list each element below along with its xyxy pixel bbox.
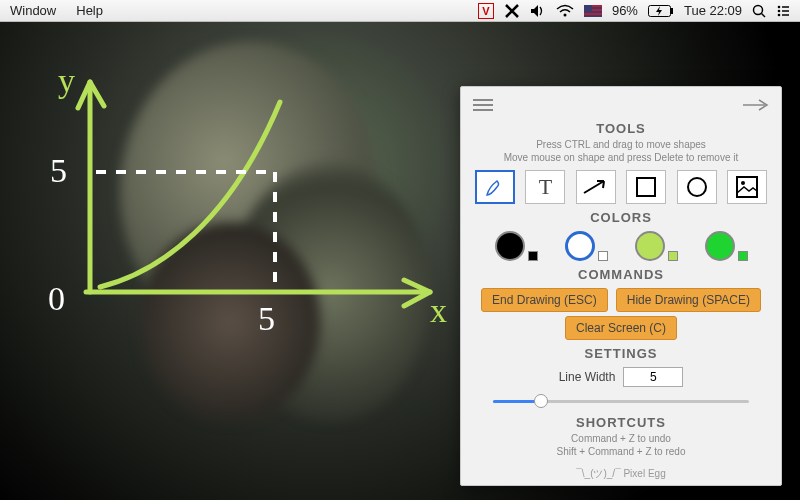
shortcuts-heading: SHORTCUTS bbox=[473, 415, 769, 430]
svg-point-10 bbox=[778, 5, 781, 8]
clock[interactable]: Tue 22:09 bbox=[684, 3, 742, 18]
app-x-icon[interactable] bbox=[504, 3, 520, 19]
tools-heading: TOOLS bbox=[473, 121, 769, 136]
battery-percent: 96% bbox=[612, 3, 638, 18]
svg-point-21 bbox=[741, 181, 745, 185]
svg-point-19 bbox=[688, 178, 706, 196]
svg-line-9 bbox=[762, 13, 766, 17]
svg-point-14 bbox=[778, 13, 781, 16]
hide-drawing-button[interactable]: Hide Drawing (SPACE) bbox=[616, 288, 761, 312]
line-width-label: Line Width bbox=[559, 370, 616, 384]
volume-icon[interactable] bbox=[530, 4, 546, 18]
tool-image[interactable] bbox=[727, 170, 767, 204]
tool-arrow[interactable] bbox=[576, 170, 616, 204]
flag-icon[interactable] bbox=[584, 5, 602, 17]
color-black[interactable] bbox=[495, 231, 538, 261]
tool-panel: TOOLS Press CTRL and drag to move shapes… bbox=[460, 86, 782, 486]
settings-heading: SETTINGS bbox=[473, 346, 769, 361]
colors-heading: COLORS bbox=[473, 210, 769, 225]
line-width-slider[interactable] bbox=[493, 393, 749, 409]
clear-screen-button[interactable]: Clear Screen (C) bbox=[565, 316, 677, 340]
svg-point-12 bbox=[778, 9, 781, 12]
svg-point-0 bbox=[563, 13, 566, 16]
svg-rect-7 bbox=[671, 8, 673, 14]
shortcuts-hint: Command + Z to undo Shift + Command + Z … bbox=[473, 432, 769, 458]
panel-forward-icon[interactable] bbox=[743, 98, 769, 112]
tool-brush[interactable] bbox=[475, 170, 515, 204]
tool-text[interactable]: T bbox=[525, 170, 565, 204]
tool-rect[interactable] bbox=[626, 170, 666, 204]
color-row bbox=[481, 231, 761, 261]
artwork-region bbox=[140, 222, 320, 422]
tool-circle[interactable] bbox=[677, 170, 717, 204]
menubar: Window Help V 96% Tue 22:09 bbox=[0, 0, 800, 22]
spotlight-icon[interactable] bbox=[752, 4, 766, 18]
notifications-icon[interactable] bbox=[776, 4, 790, 18]
menu-window[interactable]: Window bbox=[0, 3, 66, 18]
svg-line-17 bbox=[584, 181, 604, 193]
svg-rect-18 bbox=[637, 178, 655, 196]
svg-rect-20 bbox=[737, 177, 757, 197]
commands-heading: COMMANDS bbox=[473, 267, 769, 282]
menu-help[interactable]: Help bbox=[66, 3, 113, 18]
wifi-icon[interactable] bbox=[556, 4, 574, 18]
svg-rect-5 bbox=[584, 5, 592, 12]
color-white[interactable] bbox=[565, 231, 608, 261]
svg-point-8 bbox=[754, 5, 763, 14]
color-green[interactable] bbox=[705, 231, 748, 261]
svg-rect-4 bbox=[584, 13, 602, 15]
panel-menu-icon[interactable] bbox=[473, 96, 493, 114]
line-width-input[interactable] bbox=[623, 367, 683, 387]
app-v-icon[interactable]: V bbox=[478, 3, 494, 19]
end-drawing-button[interactable]: End Drawing (ESC) bbox=[481, 288, 608, 312]
panel-footer: ¯\_(ツ)_/¯ Pixel Egg bbox=[461, 467, 781, 481]
tools-hint: Press CTRL and drag to move shapes Move … bbox=[473, 138, 769, 164]
battery-icon[interactable] bbox=[648, 5, 674, 17]
color-lime[interactable] bbox=[635, 231, 678, 261]
